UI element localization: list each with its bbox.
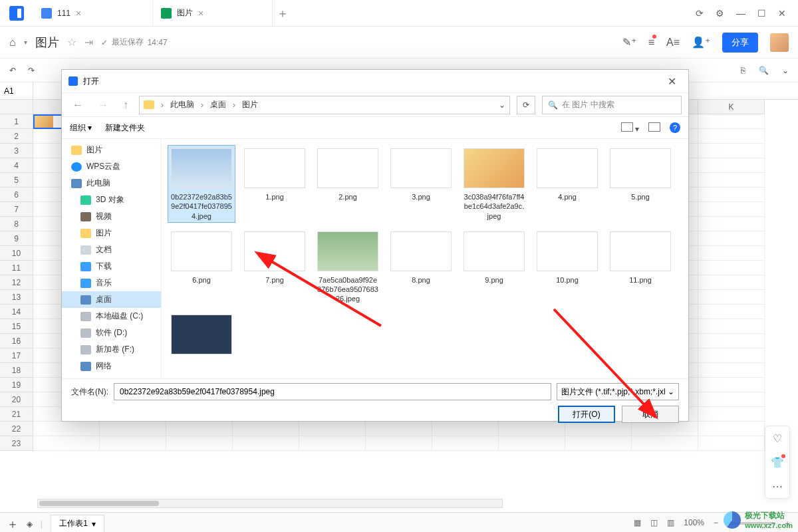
cell[interactable] xyxy=(698,217,765,231)
row-header[interactable]: 11 xyxy=(0,261,33,275)
search-icon[interactable]: 🔍 xyxy=(759,66,769,75)
chevron-down-icon[interactable]: ⌄ xyxy=(499,100,505,110)
cell[interactable] xyxy=(698,319,765,334)
row-header[interactable]: 10 xyxy=(0,246,33,261)
cancel-button[interactable]: 取消 xyxy=(622,406,679,423)
grid-icon[interactable]: ▦ xyxy=(634,518,641,529)
select-all-corner[interactable] xyxy=(0,100,33,114)
name-box[interactable]: A1 xyxy=(0,82,33,100)
row-header[interactable]: 7 xyxy=(0,202,33,217)
breadcrumb[interactable]: 此电脑 xyxy=(170,99,194,110)
row-header[interactable]: 4 xyxy=(0,158,33,173)
refresh-icon[interactable]: ⟳ xyxy=(517,96,535,114)
cell[interactable] xyxy=(565,436,632,451)
row-header[interactable]: 15 xyxy=(0,319,33,334)
view-icon[interactable]: ▾ xyxy=(621,122,639,134)
minimize-icon[interactable]: — xyxy=(736,8,745,19)
row-header[interactable]: 19 xyxy=(0,378,33,392)
folder-tree[interactable]: 图片WPS云盘此电脑3D 对象视频图片文档下载音乐桌面本地磁盘 (C:)软件 (… xyxy=(62,139,162,378)
file-item[interactable]: 6.png xyxy=(168,229,235,305)
file-item[interactable]: 2.png xyxy=(315,146,381,222)
row-header[interactable]: 22 xyxy=(0,422,33,436)
cell[interactable] xyxy=(698,261,765,275)
up-icon[interactable]: ↑ xyxy=(119,97,132,113)
home-icon[interactable]: ⌂ xyxy=(9,37,16,49)
cell[interactable] xyxy=(366,422,432,436)
row-header[interactable]: 23 xyxy=(0,436,33,451)
cell[interactable] xyxy=(299,436,366,451)
share-user-icon[interactable]: 👤⁺ xyxy=(692,36,710,49)
column-header[interactable]: K xyxy=(698,100,765,114)
cell[interactable] xyxy=(698,392,765,407)
tree-item[interactable]: 图片 xyxy=(62,142,161,158)
layout-icon[interactable]: ◫ xyxy=(650,518,658,529)
cell[interactable] xyxy=(233,436,299,451)
cell[interactable] xyxy=(166,436,233,451)
file-item[interactable]: 7.png xyxy=(241,229,308,305)
row-header[interactable]: 9 xyxy=(0,231,33,246)
avatar[interactable] xyxy=(770,33,789,52)
tab-sheet-image[interactable]: 图片 × xyxy=(153,0,273,26)
shirt-icon[interactable]: 👕 xyxy=(765,450,789,474)
cell[interactable] xyxy=(698,436,765,451)
tree-item[interactable]: 此电脑 xyxy=(62,175,161,192)
close-window-icon[interactable]: ✕ xyxy=(778,8,786,19)
cell[interactable] xyxy=(698,173,765,188)
zoom-out-icon[interactable]: − xyxy=(714,518,718,529)
close-icon[interactable]: × xyxy=(76,8,81,19)
new-tab-button[interactable]: ＋ xyxy=(273,0,293,26)
col-icon[interactable]: ▥ xyxy=(667,518,674,529)
cell[interactable] xyxy=(632,436,698,451)
tree-item[interactable]: 桌面 xyxy=(62,291,161,308)
tree-item[interactable]: 3D 对象 xyxy=(62,192,161,208)
star-icon[interactable]: ☆ xyxy=(67,36,76,49)
row-header[interactable]: 3 xyxy=(0,144,33,158)
tree-item[interactable]: 新加卷 (F:) xyxy=(62,341,161,358)
cell[interactable] xyxy=(698,348,765,363)
filetype-filter[interactable]: 图片文件 (*.tif;*.pjp;*.xbm;*.jxl ⌄ xyxy=(557,383,679,400)
file-item[interactable]: 1.png xyxy=(241,146,308,222)
gear-icon[interactable]: ⚙ xyxy=(716,8,724,19)
tab-doc-111[interactable]: 111 × xyxy=(33,0,153,26)
cell[interactable] xyxy=(233,422,299,436)
file-item[interactable]: 8.png xyxy=(388,229,454,305)
tree-item[interactable]: 网络 xyxy=(62,358,161,374)
cell[interactable] xyxy=(632,422,698,436)
cell[interactable] xyxy=(432,436,499,451)
file-item[interactable]: 7ae5ca0baa9f92e876b76ea950768326.jpeg xyxy=(315,229,381,305)
redo-icon[interactable]: ↷ xyxy=(28,66,35,75)
forward-icon[interactable]: → xyxy=(94,97,112,113)
cell[interactable] xyxy=(698,231,765,246)
sheet-tab[interactable]: 工作表1 ▾ xyxy=(51,515,104,532)
row-header[interactable]: 8 xyxy=(0,217,33,231)
tree-item[interactable]: 音乐 xyxy=(62,275,161,291)
cell[interactable] xyxy=(698,246,765,261)
file-item[interactable]: 10.png xyxy=(534,229,600,305)
maximize-icon[interactable]: ☐ xyxy=(757,8,766,19)
cell[interactable] xyxy=(698,378,765,392)
heart-icon[interactable]: ♡ xyxy=(765,426,789,450)
row-header[interactable]: 6 xyxy=(0,188,33,202)
row-header[interactable]: 13 xyxy=(0,290,33,305)
organize-button[interactable]: 组织 ▾ xyxy=(70,122,92,134)
row-header[interactable]: 5 xyxy=(0,173,33,188)
row-header[interactable]: 20 xyxy=(0,392,33,407)
close-icon[interactable]: × xyxy=(198,8,203,19)
cell[interactable] xyxy=(432,422,499,436)
row-header[interactable]: 18 xyxy=(0,363,33,378)
back-icon[interactable]: ← xyxy=(68,97,87,113)
row-header[interactable]: 17 xyxy=(0,348,33,363)
zoom-level[interactable]: 100% xyxy=(684,518,704,529)
undo-icon[interactable]: ↶ xyxy=(9,66,16,75)
tree-item[interactable]: WPS云盘 xyxy=(62,158,161,175)
filename-input[interactable] xyxy=(114,383,551,400)
cell[interactable] xyxy=(499,422,565,436)
share-button[interactable]: 分享 xyxy=(722,33,758,53)
tree-item[interactable]: 本地磁盘 (C:) xyxy=(62,308,161,325)
help-icon[interactable]: ? xyxy=(670,122,680,133)
edit-icon[interactable]: ✎⁺ xyxy=(622,36,636,49)
chevron-down-icon[interactable]: ⌄ xyxy=(782,66,789,75)
tree-item[interactable]: 视频 xyxy=(62,208,161,225)
file-item[interactable]: 5.png xyxy=(607,146,674,222)
cell[interactable] xyxy=(698,114,765,129)
